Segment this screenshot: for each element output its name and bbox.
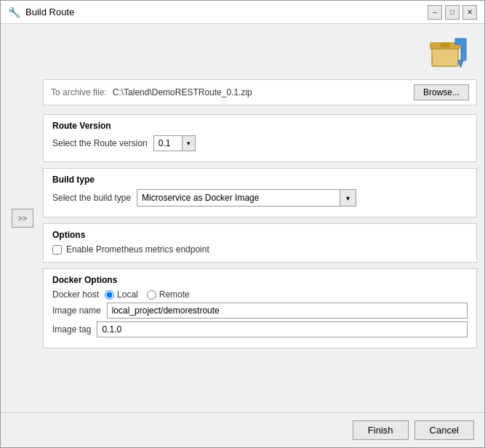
svg-marker-4 [458, 60, 463, 68]
options-title: Options [52, 230, 468, 240]
window-title: Build Route [25, 7, 74, 17]
minimize-button[interactable]: – [428, 5, 442, 20]
image-tag-label: Image tag [52, 324, 91, 335]
build-type-row: Select the build type Microservice as Do… [52, 189, 468, 207]
docker-host-radio-group: Local Remote [105, 289, 190, 300]
prometheus-label: Enable Prometheus metrics endpoint [66, 244, 209, 255]
footer: Finish Cancel [1, 412, 484, 447]
image-name-input[interactable] [107, 303, 468, 319]
route-version-section: Route Version Select the Route version 0… [43, 114, 477, 162]
icon-area [43, 31, 477, 75]
remote-radio-item[interactable]: Remote [147, 289, 190, 300]
browse-button[interactable]: Browse... [414, 84, 469, 100]
local-radio-item[interactable]: Local [105, 289, 138, 300]
build-type-label: Select the build type [52, 193, 131, 203]
docker-host-label: Docker host [52, 289, 99, 300]
local-radio-label: Local [117, 289, 138, 300]
build-type-title: Build type [52, 175, 468, 185]
maximize-button[interactable]: □ [445, 5, 460, 20]
build-type-dropdown[interactable]: Microservice as Docker Image ▾ [137, 189, 356, 207]
image-name-label: Image name [52, 305, 101, 316]
remote-radio-label: Remote [159, 289, 190, 300]
svg-rect-2 [441, 43, 449, 47]
route-version-dropdown[interactable]: 0.1 ▾ [153, 135, 196, 151]
route-version-label: Select the Route version [52, 138, 148, 148]
main-panel: To archive file: Browse... Route Version… [43, 31, 477, 405]
image-name-row: Image name [52, 303, 468, 319]
image-tag-input[interactable] [97, 321, 468, 337]
route-version-arrow[interactable]: ▾ [183, 135, 196, 151]
remote-radio[interactable] [147, 290, 156, 300]
title-bar: 🔧 Build Route – □ ✕ [1, 1, 484, 24]
docker-host-row: Docker host Local Remote [52, 289, 468, 300]
cancel-button[interactable]: Cancel [414, 420, 474, 440]
prometheus-checkbox-row: Enable Prometheus metrics endpoint [52, 244, 468, 255]
expand-button[interactable]: >> [12, 209, 33, 228]
route-version-value: 0.1 [153, 135, 183, 151]
image-tag-row: Image tag [52, 321, 468, 337]
local-radio[interactable] [105, 290, 114, 300]
route-version-row: Select the Route version 0.1 ▾ [52, 135, 468, 151]
finish-button[interactable]: Finish [353, 420, 409, 440]
build-type-arrow[interactable]: ▾ [340, 189, 356, 207]
archive-row: To archive file: Browse... [43, 79, 477, 105]
build-type-section: Build type Select the build type Microse… [43, 168, 477, 217]
route-version-title: Route Version [52, 121, 468, 131]
options-section: Options Enable Prometheus metrics endpoi… [43, 223, 477, 263]
title-bar-left: 🔧 Build Route [8, 7, 74, 18]
window-content: >> To arc [1, 24, 484, 412]
header-icon [426, 31, 470, 75]
prometheus-checkbox[interactable] [52, 245, 62, 255]
title-bar-buttons: – □ ✕ [428, 5, 477, 20]
build-route-window: 🔧 Build Route – □ ✕ >> [0, 0, 485, 448]
build-type-value: Microservice as Docker Image [137, 189, 340, 207]
docker-options-title: Docker Options [52, 275, 468, 285]
docker-options-section: Docker Options Docker host Local Remote [43, 268, 477, 348]
archive-label: To archive file: [51, 87, 107, 97]
window-icon: 🔧 [8, 7, 20, 18]
side-panel: >> [8, 31, 37, 405]
archive-input[interactable] [113, 87, 408, 97]
close-button[interactable]: ✕ [462, 5, 477, 20]
